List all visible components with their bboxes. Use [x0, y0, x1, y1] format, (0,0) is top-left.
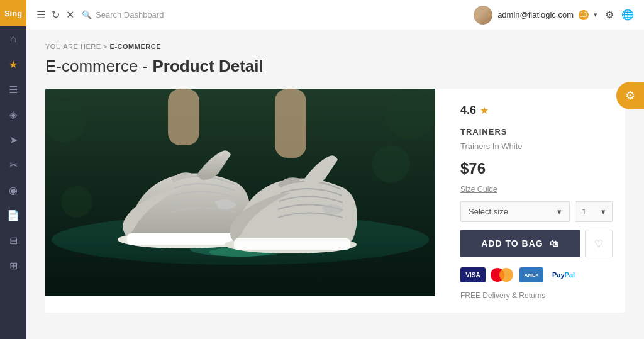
size-guide-link[interactable]: Size Guide	[460, 185, 613, 194]
sidebar-item-send[interactable]: ➤	[0, 127, 26, 152]
shopping-bag-icon: 🛍	[550, 238, 559, 248]
svg-point-14	[385, 89, 435, 139]
page-title: E-commerce - Product Detail	[45, 57, 625, 76]
svg-rect-12	[275, 89, 306, 158]
gear-icon[interactable]: ⚙	[605, 9, 614, 21]
content-area: YOU ARE HERE > E-commerce E-commerce - P…	[26, 30, 644, 339]
add-to-bag-row: ADD TO BAG 🛍 ♡	[460, 230, 613, 257]
topbar: ☰ ↻ ✕ 🔍 Search Dashboard admin@flatlogic…	[26, 0, 644, 30]
avatar-image	[474, 6, 492, 25]
user-menu[interactable]: admin@flatlogic.com 13 ▾	[474, 6, 597, 25]
chevron-down-icon: ▾	[601, 207, 606, 216]
globe-icon[interactable]: 🌐	[621, 9, 634, 21]
product-category: TRAINERS	[460, 127, 613, 136]
settings-icon: ⚙	[625, 89, 635, 103]
visa-icon: VISA	[460, 267, 486, 282]
sidebar-item-grid[interactable]: ⊞	[0, 253, 26, 278]
product-card: 4.6 ★ TRAINERS Trainers In White $76 Siz…	[45, 89, 625, 313]
quantity-button[interactable]: 1 ▾	[575, 201, 613, 222]
product-image-area	[45, 89, 435, 296]
breadcrumb-current: E-commerce	[110, 43, 161, 50]
heart-icon: ♡	[594, 238, 603, 250]
product-details: 4.6 ★ TRAINERS Trainers In White $76 Siz…	[448, 89, 625, 313]
wishlist-button[interactable]: ♡	[585, 230, 613, 257]
page-title-light: E-commerce -	[45, 57, 148, 75]
delivery-text: FREE Delivery & Returns	[460, 291, 613, 300]
menu-icon[interactable]: ☰	[36, 9, 45, 21]
page-title-bold: Product Detail	[152, 57, 263, 75]
chevron-down-icon: ▾	[594, 11, 597, 19]
search-placeholder[interactable]: Search Dashboard	[96, 10, 164, 19]
sidebar-item-user[interactable]: ◈	[0, 102, 26, 127]
search-area: 🔍 Search Dashboard	[82, 10, 466, 19]
notification-badge: 13	[579, 10, 589, 20]
product-image	[45, 89, 435, 296]
close-icon[interactable]: ✕	[66, 9, 74, 21]
refresh-icon[interactable]: ↻	[52, 9, 60, 21]
payment-icons: VISA AMEX PayPal	[460, 267, 613, 282]
topbar-nav-icons: ☰ ↻ ✕	[36, 9, 74, 21]
sidebar-item-favorites[interactable]: ★	[0, 52, 26, 77]
add-to-bag-label: ADD TO BAG	[481, 238, 543, 248]
main-area: ☰ ↻ ✕ 🔍 Search Dashboard admin@flatlogic…	[26, 0, 644, 339]
breadcrumb: YOU ARE HERE > E-commerce	[45, 43, 625, 50]
svg-rect-10	[234, 238, 350, 250]
sidebar-logo: Sing	[0, 0, 26, 26]
svg-rect-11	[168, 89, 199, 145]
sidebar-item-list[interactable]: ☰	[0, 77, 26, 102]
search-icon: 🔍	[82, 10, 92, 19]
size-quantity-row: Select size ▾ 1 ▾	[460, 201, 613, 222]
amex-icon: AMEX	[519, 267, 543, 282]
paypal-icon: PayPal	[548, 267, 579, 282]
quantity-value: 1	[582, 207, 586, 216]
breadcrumb-prefix: YOU ARE HERE >	[45, 43, 108, 50]
avatar	[474, 6, 492, 25]
sidebar-item-doc[interactable]: 📄	[0, 203, 26, 228]
product-price: $76	[460, 160, 613, 177]
float-action-button[interactable]: ⚙	[616, 82, 644, 109]
sidebar-item-tools[interactable]: ✂	[0, 152, 26, 177]
star-icon: ★	[480, 104, 489, 116]
user-name: admin@flatlogic.com	[497, 10, 574, 19]
sidebar-item-sliders[interactable]: ⊟	[0, 228, 26, 253]
svg-point-16	[61, 186, 92, 218]
rating-row: 4.6 ★	[460, 104, 613, 117]
sidebar-item-home[interactable]: ⌂	[0, 26, 26, 52]
mastercard-icon	[491, 267, 514, 282]
sidebar: Sing ⌂ ★ ☰ ◈ ➤ ✂ ◉ 📄 ⊟ ⊞	[0, 0, 26, 339]
topbar-right: admin@flatlogic.com 13 ▾ ⚙ 🌐	[474, 6, 634, 25]
select-size-label: Select size	[469, 207, 508, 216]
svg-point-15	[372, 145, 410, 183]
sidebar-item-circle[interactable]: ◉	[0, 177, 26, 203]
chevron-down-icon: ▾	[557, 207, 562, 216]
product-name: Trainers In White	[460, 142, 613, 151]
select-size-button[interactable]: Select size ▾	[460, 201, 570, 222]
rating-value: 4.6	[460, 104, 476, 117]
add-to-bag-button[interactable]: ADD TO BAG 🛍	[460, 230, 580, 257]
shoe-illustration	[45, 89, 435, 296]
